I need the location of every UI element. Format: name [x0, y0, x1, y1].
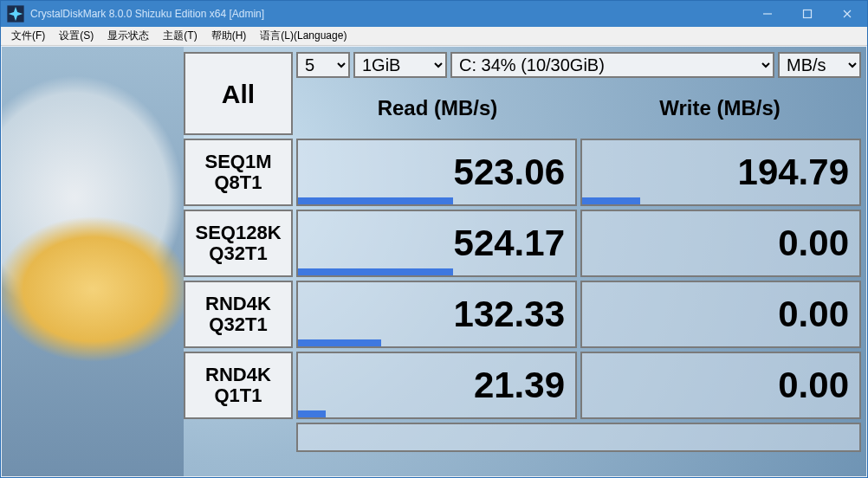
read-value-cell: 132.33: [296, 281, 577, 348]
write-value-cell: 194.79: [580, 139, 861, 206]
test-size-select[interactable]: 1GiB: [353, 52, 447, 78]
menu-theme[interactable]: 主题(T): [156, 27, 204, 45]
test-button-3[interactable]: RND4KQ1T1: [184, 352, 293, 419]
unit-select[interactable]: MB/s: [778, 52, 861, 78]
write-value: 0.00: [778, 365, 849, 406]
app-icon: [6, 4, 25, 23]
test-label-line1: SEQ128K: [195, 223, 281, 243]
test-label-line2: Q8T1: [214, 172, 262, 193]
test-count-select[interactable]: 5: [296, 52, 350, 78]
test-label-line1: RND4K: [205, 294, 271, 314]
write-progress-bar: [582, 197, 640, 204]
close-button[interactable]: [827, 1, 867, 27]
test-button-2[interactable]: RND4KQ32T1: [184, 281, 293, 348]
read-value: 523.06: [454, 152, 565, 193]
write-value: 0.00: [778, 294, 849, 335]
write-value: 0.00: [778, 223, 849, 264]
test-label-line1: SEQ1M: [204, 152, 271, 172]
footer-spacer: [184, 423, 293, 452]
read-value: 524.17: [454, 223, 565, 264]
test-label-line2: Q32T1: [209, 243, 267, 264]
write-value-cell: 0.00: [580, 352, 861, 419]
header-write: Write (MB/s): [579, 81, 861, 135]
read-progress-bar: [298, 339, 381, 346]
footer-cell: [296, 423, 861, 452]
test-label-line2: Q1T1: [214, 385, 262, 406]
test-button-0[interactable]: SEQ1MQ8T1: [184, 139, 293, 206]
read-value-cell: 523.06: [296, 139, 577, 206]
menu-display[interactable]: 显示状态: [100, 27, 156, 45]
all-button[interactable]: All: [184, 52, 293, 135]
write-value: 194.79: [738, 152, 849, 193]
test-row: RND4KQ32T1132.330.00: [184, 281, 861, 348]
test-row: SEQ1MQ8T1523.06194.79: [184, 139, 861, 206]
all-button-label: All: [222, 80, 255, 108]
app-window: CrystalDiskMark 8.0.0 Shizuku Edition x6…: [0, 0, 868, 478]
test-label-line1: RND4K: [205, 365, 271, 385]
read-value: 21.39: [474, 365, 565, 406]
menu-language[interactable]: 语言(L)(Language): [253, 27, 353, 45]
header-read: Read (MB/s): [296, 81, 579, 135]
minimize-button[interactable]: [748, 1, 787, 27]
drive-select[interactable]: C: 34% (10/30GiB): [450, 52, 774, 78]
menu-settings[interactable]: 设置(S): [52, 27, 100, 45]
menu-help[interactable]: 帮助(H): [204, 27, 254, 45]
menu-file[interactable]: 文件(F): [4, 27, 52, 45]
title-bar[interactable]: CrystalDiskMark 8.0.0 Shizuku Edition x6…: [1, 1, 867, 27]
read-progress-bar: [298, 268, 453, 275]
menu-bar: 文件(F) 设置(S) 显示状态 主题(T) 帮助(H) 语言(L)(Langu…: [1, 27, 867, 46]
read-value-cell: 21.39: [296, 352, 577, 419]
svg-rect-2: [804, 10, 812, 18]
read-value: 132.33: [454, 294, 565, 335]
test-row: RND4KQ1T121.390.00: [184, 352, 861, 419]
test-row: SEQ128KQ32T1524.170.00: [184, 210, 861, 277]
read-progress-bar: [298, 410, 326, 417]
write-value-cell: 0.00: [580, 281, 861, 348]
test-label-line2: Q32T1: [209, 314, 267, 335]
read-value-cell: 524.17: [296, 210, 577, 277]
maximize-button[interactable]: [787, 1, 827, 27]
window-title: CrystalDiskMark 8.0.0 Shizuku Edition x6…: [30, 8, 748, 20]
write-value-cell: 0.00: [580, 210, 861, 277]
read-progress-bar: [298, 197, 453, 204]
test-button-1[interactable]: SEQ128KQ32T1: [184, 210, 293, 277]
